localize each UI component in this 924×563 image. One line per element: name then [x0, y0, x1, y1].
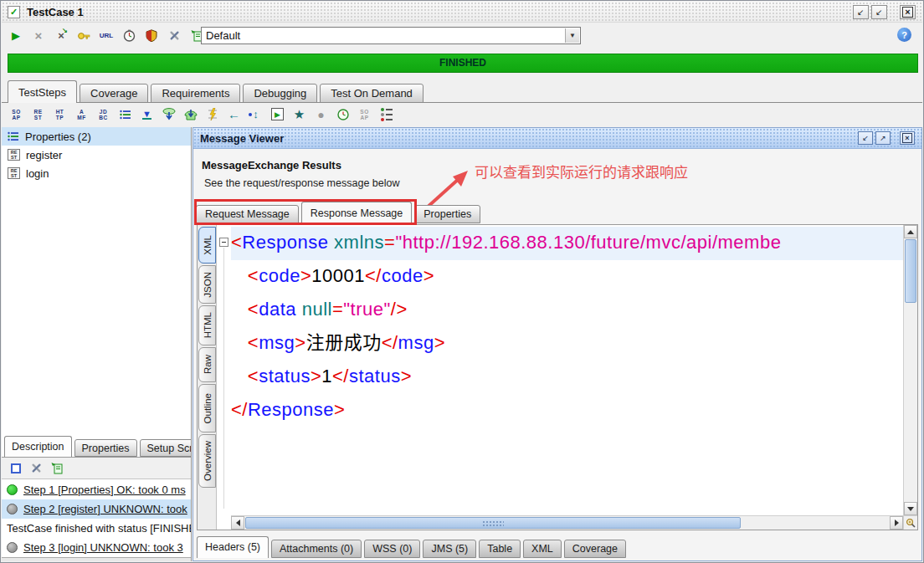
log-options-button[interactable] — [29, 461, 44, 475]
tab-wss[interactable]: WSS (0) — [364, 540, 420, 558]
vertical-scrollbar[interactable] — [903, 225, 917, 515]
tab-attachments[interactable]: Attachments (0) — [271, 540, 362, 558]
run-button[interactable]: ▶ — [8, 28, 24, 44]
add-delay-step-button[interactable]: ← — [227, 107, 241, 121]
add-mock-step-button[interactable]: ● — [314, 107, 328, 121]
tab-table[interactable]: Table — [479, 540, 521, 558]
shield-icon — [146, 29, 157, 42]
tab-setup-script[interactable]: Setup Script — [140, 439, 191, 457]
tab-xml[interactable]: XML — [523, 540, 562, 558]
add-rest-step-button[interactable]: REST — [31, 107, 45, 121]
view-tab-overview[interactable]: Overview — [198, 434, 216, 488]
mv-close-button[interactable]: × — [900, 131, 915, 145]
cancel-button[interactable]: × — [30, 28, 47, 44]
status-ok-icon — [7, 484, 18, 495]
help-icon: ? — [901, 30, 907, 40]
tab-jms[interactable]: JMS (5) — [423, 540, 476, 558]
add-timer-step-button[interactable] — [336, 107, 350, 121]
close-button[interactable]: × — [900, 5, 916, 19]
unfloat-button[interactable]: ↙ — [853, 5, 869, 19]
testcase-log: Step 1 [Properties] OK: took 0 ms Step 2… — [2, 480, 191, 557]
tab-response-message[interactable]: Response Message — [301, 202, 412, 223]
add-run-testcase-step-button[interactable] — [183, 107, 198, 121]
view-tab-xml[interactable]: XML — [198, 227, 216, 264]
tab-coverage-detail[interactable]: Coverage — [564, 540, 626, 558]
combo-dropdown-icon[interactable]: ▼ — [565, 28, 579, 43]
tools-icon — [30, 462, 43, 474]
minimize-button[interactable]: ↙ — [871, 5, 887, 19]
vertical-scroll-thumb[interactable] — [905, 239, 916, 303]
endpoint-url-button[interactable]: URL — [98, 28, 115, 44]
teststep-item-login[interactable]: REST login — [2, 164, 191, 182]
settings-button[interactable] — [166, 28, 182, 44]
scroll-up-button[interactable] — [904, 225, 917, 238]
mv-float-button[interactable]: ↗ — [875, 131, 891, 145]
message-exchange-heading: MessageExchange Results — [202, 159, 341, 171]
add-conditional-goto-step-button[interactable]: ↕ — [249, 107, 263, 121]
url-icon: URL — [100, 32, 113, 39]
add-amf-step-button[interactable]: AMF — [74, 107, 89, 121]
tab-requirements[interactable]: Requirements — [151, 84, 240, 103]
run-config-select[interactable]: Default ▼ — [201, 27, 581, 44]
mv-unfloat-button[interactable]: ↙ — [858, 131, 873, 145]
log-entry-step2[interactable]: Step 2 [register] UNKNOWN: took — [2, 499, 191, 519]
add-jdbc-step-button[interactable]: JDBC — [96, 107, 110, 121]
xml-code-line[interactable]: <msg>注册成功</msg> — [231, 327, 903, 361]
add-properties-step-button[interactable] — [118, 107, 132, 121]
horizontal-scroll-thumb[interactable] — [245, 517, 741, 529]
add-property-transfer-step-button[interactable] — [162, 107, 176, 121]
tab-headers[interactable]: Headers (5) — [197, 536, 269, 558]
scroll-right-button[interactable] — [890, 516, 903, 530]
tab-description[interactable]: Description — [4, 436, 72, 457]
scroll-down-button[interactable] — [904, 502, 917, 515]
properties-icon — [8, 131, 19, 141]
view-tab-raw[interactable]: Raw — [198, 347, 216, 382]
security-button[interactable] — [143, 28, 160, 44]
xml-code-line[interactable]: <code>10001</code> — [231, 260, 903, 294]
log-entry-step1[interactable]: Step 1 [Properties] OK: took 0 ms — [2, 480, 191, 499]
xml-code-line[interactable]: <status>1</status> — [231, 361, 903, 394]
horizontal-scrollbar[interactable] — [231, 515, 903, 530]
tab-properties[interactable]: Properties — [74, 439, 137, 457]
window-titlebar[interactable]: ✓ TestCase 1 ↙ ↙ × — [2, 2, 922, 23]
editor-zoom-button[interactable] — [903, 515, 917, 530]
teststep-item-register[interactable]: REST register — [2, 146, 191, 164]
view-tab-outline[interactable]: Outline — [198, 384, 216, 432]
run-options-button[interactable]: ×↘ — [53, 28, 69, 44]
teststep-list-options-button[interactable] — [379, 107, 393, 121]
tab-debugging[interactable]: Debugging — [243, 84, 317, 103]
log-export-button[interactable] — [50, 461, 64, 475]
add-manual-step-button[interactable]: ★ — [292, 107, 306, 121]
add-groovy-script-step-button[interactable] — [205, 107, 219, 121]
property-transfer-icon — [162, 108, 176, 120]
status-unknown-icon — [7, 542, 18, 553]
add-goto-step-button[interactable]: ▼ — [140, 107, 154, 121]
tab-coverage[interactable]: Coverage — [80, 84, 148, 103]
auth-button[interactable] — [75, 28, 92, 44]
add-assertion-step-button[interactable]: ▶ — [270, 107, 285, 121]
tab-test-on-demand[interactable]: Test On Demand — [320, 84, 424, 103]
view-tab-json[interactable]: JSON — [198, 265, 216, 304]
timer-button[interactable] — [121, 28, 137, 44]
xml-code-line[interactable]: </Response> — [231, 394, 903, 427]
xml-code-line[interactable]: <Response xmlns="http://192.168.88.130/f… — [231, 227, 903, 260]
view-tab-html[interactable]: HTML — [198, 305, 216, 345]
clock-icon — [337, 109, 349, 120]
xml-code-area[interactable]: <Response xmlns="http://192.168.88.130/f… — [231, 227, 903, 515]
message-viewer-title: Message Viewer — [200, 132, 284, 145]
tab-request-message[interactable]: Request Message — [196, 205, 299, 223]
tab-teststeps[interactable]: TestSteps — [8, 80, 77, 103]
xml-code-line[interactable]: <data null="true"/> — [231, 294, 903, 327]
message-viewer-titlebar[interactable]: Message Viewer ↙ ↗ × — [193, 128, 921, 149]
scroll-left-button[interactable] — [231, 516, 244, 530]
help-button[interactable]: ? — [897, 28, 911, 42]
collapse-node-icon[interactable] — [219, 238, 228, 247]
log-select-button[interactable] — [8, 461, 23, 475]
log-horizontal-scrollbar[interactable] — [2, 557, 191, 561]
teststep-label: register — [26, 149, 62, 161]
teststep-item-properties[interactable]: Properties (2) — [2, 127, 191, 146]
add-soap-step-button[interactable]: SOAP — [9, 107, 23, 121]
log-entry-step3[interactable]: Step 3 [login] UNKNOWN: took 3 — [2, 538, 191, 557]
add-http-step-button[interactable]: HTTP — [53, 107, 67, 121]
tab-message-properties[interactable]: Properties — [414, 205, 480, 223]
